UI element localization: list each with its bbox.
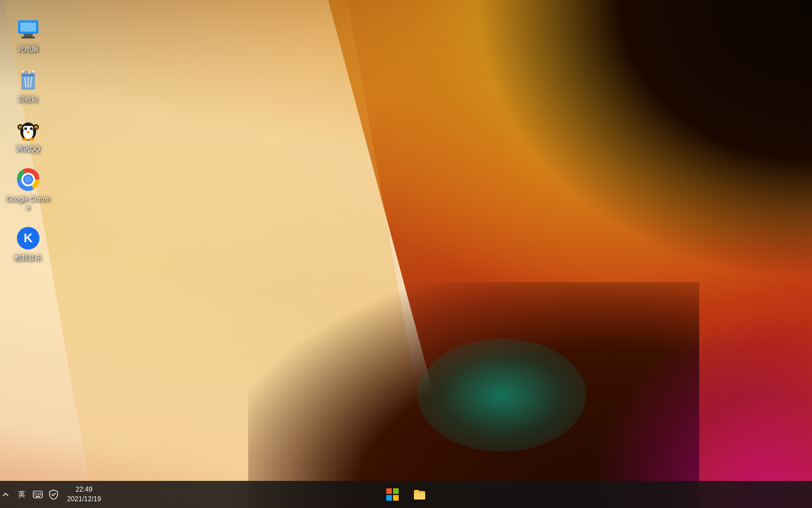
svg-point-21 (29, 138, 34, 141)
recycle-bin-label: 回收站 (18, 95, 38, 104)
my-computer-icon (15, 16, 42, 43)
wallpaper-teal-accent (417, 339, 586, 452)
desktop-icon-kuwo-music[interactable]: K 酷我音乐 (3, 220, 54, 268)
tencent-qq-icon (15, 116, 42, 143)
chevron-up-icon (2, 491, 9, 498)
svg-point-20 (22, 138, 28, 141)
svg-text:K: K (24, 231, 33, 245)
svg-rect-30 (34, 493, 36, 494)
clock-date-display[interactable]: 22:49 2021/12/19 (64, 484, 104, 505)
file-explorer-button[interactable] (407, 482, 432, 507)
desktop-icon-tencent-qq[interactable]: 腾讯QQ (3, 111, 54, 159)
svg-point-15 (27, 131, 30, 133)
windows-logo-icon (386, 488, 399, 501)
svg-point-18 (19, 125, 22, 129)
security-icon[interactable] (48, 489, 59, 500)
input-method-icon[interactable] (32, 489, 43, 500)
svg-rect-32 (38, 493, 39, 494)
recycle-bin-icon (15, 66, 42, 93)
svg-rect-33 (40, 493, 41, 494)
svg-rect-35 (37, 494, 38, 496)
svg-rect-34 (34, 494, 36, 496)
shield-icon (49, 489, 58, 500)
svg-rect-28 (414, 493, 425, 493)
folder-icon (413, 488, 426, 501)
svg-rect-2 (24, 34, 33, 37)
clock-time: 22:49 (76, 485, 92, 494)
desktop: 此电脑 回收站 (0, 0, 812, 508)
desktop-icon-google-chrome[interactable]: Google Chrome (3, 161, 54, 217)
tencent-qq-label: 腾讯QQ (16, 145, 41, 154)
desktop-icon-my-computer[interactable]: 此电脑 (3, 11, 54, 59)
svg-rect-1 (20, 23, 36, 32)
keyboard-icon (33, 489, 43, 500)
my-computer-label: 此电脑 (18, 45, 38, 54)
svg-point-25 (25, 176, 32, 183)
svg-rect-3 (21, 37, 35, 38)
desktop-icon-area: 此电脑 回收站 (0, 0, 56, 279)
start-button[interactable] (380, 482, 405, 507)
svg-rect-38 (36, 496, 40, 497)
google-chrome-icon (15, 166, 42, 193)
wallpaper-pink-accent (586, 310, 812, 508)
clock-date: 2021/12/19 (67, 494, 101, 504)
svg-point-13 (25, 128, 27, 129)
kuwo-music-label: 酷我音乐 (15, 254, 42, 263)
svg-rect-6 (21, 74, 35, 76)
svg-point-14 (31, 128, 32, 129)
svg-point-19 (34, 125, 38, 129)
svg-rect-37 (40, 494, 41, 496)
desktop-icon-recycle-bin[interactable]: 回收站 (3, 62, 54, 109)
taskbar: 英 (0, 481, 812, 508)
google-chrome-label: Google Chrome (6, 195, 51, 213)
kuwo-music-icon: K (15, 225, 42, 252)
taskbar-system-tray: 英 (0, 484, 111, 505)
show-hidden-icons-button[interactable] (0, 489, 11, 500)
svg-rect-31 (37, 493, 38, 494)
taskbar-center-icons (380, 482, 432, 507)
svg-rect-36 (38, 494, 39, 496)
language-indicator[interactable]: 英 (16, 488, 28, 501)
